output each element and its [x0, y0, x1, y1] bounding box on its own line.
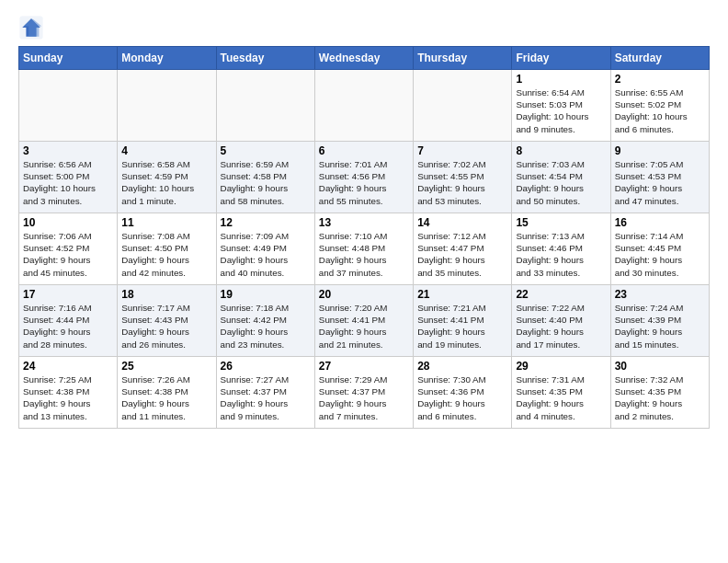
calendar-cell	[314, 70, 413, 142]
day-number: 29	[516, 360, 606, 373]
day-info: Sunrise: 7:27 AM Sunset: 4:37 PM Dayligh…	[221, 373, 311, 422]
day-number: 7	[417, 144, 507, 157]
day-info: Sunrise: 7:16 AM Sunset: 4:44 PM Dayligh…	[23, 302, 113, 350]
logo	[18, 15, 48, 40]
calendar-cell: 2Sunrise: 6:55 AM Sunset: 5:02 PM Daylig…	[610, 70, 709, 142]
day-number: 30	[615, 360, 705, 373]
calendar-cell: 28Sunrise: 7:30 AM Sunset: 4:36 PM Dayli…	[414, 357, 512, 429]
day-number: 1	[516, 73, 606, 86]
day-info: Sunrise: 7:26 AM Sunset: 4:38 PM Dayligh…	[121, 373, 211, 422]
weekday-header: Thursday	[414, 47, 512, 70]
day-info: Sunrise: 6:56 AM Sunset: 5:00 PM Dayligh…	[23, 158, 113, 207]
day-info: Sunrise: 7:05 AM Sunset: 4:53 PM Dayligh…	[615, 158, 705, 207]
calendar-cell: 27Sunrise: 7:29 AM Sunset: 4:37 PM Dayli…	[314, 357, 413, 429]
logo-icon	[18, 15, 44, 40]
calendar-week-row: 3Sunrise: 6:56 AM Sunset: 5:00 PM Daylig…	[19, 142, 710, 213]
weekday-header: Tuesday	[216, 47, 314, 70]
calendar-cell: 14Sunrise: 7:12 AM Sunset: 4:47 PM Dayli…	[414, 213, 512, 285]
calendar-cell: 30Sunrise: 7:32 AM Sunset: 4:35 PM Dayli…	[610, 357, 709, 429]
day-number: 18	[121, 288, 211, 301]
day-info: Sunrise: 7:18 AM Sunset: 4:42 PM Dayligh…	[221, 302, 311, 350]
calendar-cell: 23Sunrise: 7:24 AM Sunset: 4:39 PM Dayli…	[610, 285, 709, 357]
day-info: Sunrise: 7:31 AM Sunset: 4:35 PM Dayligh…	[516, 373, 606, 422]
calendar-table: SundayMondayTuesdayWednesdayThursdayFrid…	[18, 46, 710, 429]
day-number: 2	[615, 73, 705, 86]
day-number: 5	[221, 144, 311, 157]
calendar-cell: 8Sunrise: 7:03 AM Sunset: 4:54 PM Daylig…	[512, 142, 610, 213]
day-info: Sunrise: 7:09 AM Sunset: 4:49 PM Dayligh…	[221, 230, 311, 279]
weekday-header: Sunday	[19, 47, 118, 70]
weekday-header: Saturday	[610, 47, 709, 70]
day-number: 11	[121, 216, 211, 229]
day-number: 22	[516, 288, 606, 301]
calendar-cell: 11Sunrise: 7:08 AM Sunset: 4:50 PM Dayli…	[118, 213, 216, 285]
day-info: Sunrise: 7:01 AM Sunset: 4:56 PM Dayligh…	[319, 158, 409, 207]
day-number: 19	[221, 288, 311, 301]
day-number: 13	[319, 216, 409, 229]
calendar-cell	[19, 70, 118, 142]
weekday-header: Wednesday	[314, 47, 413, 70]
calendar-cell: 5Sunrise: 6:59 AM Sunset: 4:58 PM Daylig…	[216, 142, 314, 213]
day-info: Sunrise: 7:24 AM Sunset: 4:39 PM Dayligh…	[615, 302, 705, 350]
calendar-cell: 24Sunrise: 7:25 AM Sunset: 4:38 PM Dayli…	[19, 357, 118, 429]
calendar-week-row: 10Sunrise: 7:06 AM Sunset: 4:52 PM Dayli…	[19, 213, 710, 285]
weekday-header: Monday	[118, 47, 216, 70]
calendar-cell: 4Sunrise: 6:58 AM Sunset: 4:59 PM Daylig…	[118, 142, 216, 213]
day-info: Sunrise: 7:02 AM Sunset: 4:55 PM Dayligh…	[417, 158, 507, 207]
day-number: 15	[516, 216, 606, 229]
calendar-cell: 29Sunrise: 7:31 AM Sunset: 4:35 PM Dayli…	[512, 357, 610, 429]
day-number: 14	[417, 216, 507, 229]
day-number: 4	[121, 144, 211, 157]
day-number: 3	[23, 144, 113, 157]
day-number: 25	[121, 360, 211, 373]
day-info: Sunrise: 7:20 AM Sunset: 4:41 PM Dayligh…	[319, 302, 409, 350]
weekday-header: Friday	[512, 47, 610, 70]
day-number: 6	[319, 144, 409, 157]
calendar-cell	[216, 70, 314, 142]
calendar-cell: 13Sunrise: 7:10 AM Sunset: 4:48 PM Dayli…	[314, 213, 413, 285]
day-number: 12	[221, 216, 311, 229]
day-info: Sunrise: 6:54 AM Sunset: 5:03 PM Dayligh…	[516, 86, 606, 135]
calendar-cell: 21Sunrise: 7:21 AM Sunset: 4:41 PM Dayli…	[414, 285, 512, 357]
calendar-cell: 7Sunrise: 7:02 AM Sunset: 4:55 PM Daylig…	[414, 142, 512, 213]
calendar-cell: 20Sunrise: 7:20 AM Sunset: 4:41 PM Dayli…	[314, 285, 413, 357]
calendar-cell	[414, 70, 512, 142]
day-info: Sunrise: 7:03 AM Sunset: 4:54 PM Dayligh…	[516, 158, 606, 207]
day-number: 8	[516, 144, 606, 157]
day-info: Sunrise: 7:12 AM Sunset: 4:47 PM Dayligh…	[417, 230, 507, 279]
day-number: 23	[615, 288, 705, 301]
day-info: Sunrise: 7:13 AM Sunset: 4:46 PM Dayligh…	[516, 230, 606, 279]
calendar-week-row: 1Sunrise: 6:54 AM Sunset: 5:03 PM Daylig…	[19, 70, 710, 142]
calendar-cell: 3Sunrise: 6:56 AM Sunset: 5:00 PM Daylig…	[19, 142, 118, 213]
page-container: SundayMondayTuesdayWednesdayThursdayFrid…	[0, 0, 728, 438]
calendar-cell: 9Sunrise: 7:05 AM Sunset: 4:53 PM Daylig…	[610, 142, 709, 213]
header	[18, 15, 710, 40]
calendar-cell: 16Sunrise: 7:14 AM Sunset: 4:45 PM Dayli…	[610, 213, 709, 285]
calendar-week-row: 17Sunrise: 7:16 AM Sunset: 4:44 PM Dayli…	[19, 285, 710, 357]
day-number: 27	[319, 360, 409, 373]
day-info: Sunrise: 7:30 AM Sunset: 4:36 PM Dayligh…	[417, 373, 507, 422]
day-info: Sunrise: 7:25 AM Sunset: 4:38 PM Dayligh…	[23, 373, 113, 422]
calendar-cell: 1Sunrise: 6:54 AM Sunset: 5:03 PM Daylig…	[512, 70, 610, 142]
calendar-cell: 18Sunrise: 7:17 AM Sunset: 4:43 PM Dayli…	[118, 285, 216, 357]
calendar-cell: 6Sunrise: 7:01 AM Sunset: 4:56 PM Daylig…	[314, 142, 413, 213]
day-info: Sunrise: 7:21 AM Sunset: 4:41 PM Dayligh…	[417, 302, 507, 350]
day-info: Sunrise: 7:08 AM Sunset: 4:50 PM Dayligh…	[121, 230, 211, 279]
calendar-cell: 26Sunrise: 7:27 AM Sunset: 4:37 PM Dayli…	[216, 357, 314, 429]
day-number: 20	[319, 288, 409, 301]
day-info: Sunrise: 6:55 AM Sunset: 5:02 PM Dayligh…	[615, 86, 705, 135]
day-number: 9	[615, 144, 705, 157]
day-number: 24	[23, 360, 113, 373]
calendar-cell: 25Sunrise: 7:26 AM Sunset: 4:38 PM Dayli…	[118, 357, 216, 429]
calendar-cell: 17Sunrise: 7:16 AM Sunset: 4:44 PM Dayli…	[19, 285, 118, 357]
calendar-cell: 10Sunrise: 7:06 AM Sunset: 4:52 PM Dayli…	[19, 213, 118, 285]
day-info: Sunrise: 7:22 AM Sunset: 4:40 PM Dayligh…	[516, 302, 606, 350]
calendar-cell: 19Sunrise: 7:18 AM Sunset: 4:42 PM Dayli…	[216, 285, 314, 357]
day-number: 10	[23, 216, 113, 229]
day-info: Sunrise: 7:17 AM Sunset: 4:43 PM Dayligh…	[121, 302, 211, 350]
day-number: 17	[23, 288, 113, 301]
calendar-cell: 12Sunrise: 7:09 AM Sunset: 4:49 PM Dayli…	[216, 213, 314, 285]
day-number: 26	[221, 360, 311, 373]
day-info: Sunrise: 6:58 AM Sunset: 4:59 PM Dayligh…	[121, 158, 211, 207]
day-number: 16	[615, 216, 705, 229]
